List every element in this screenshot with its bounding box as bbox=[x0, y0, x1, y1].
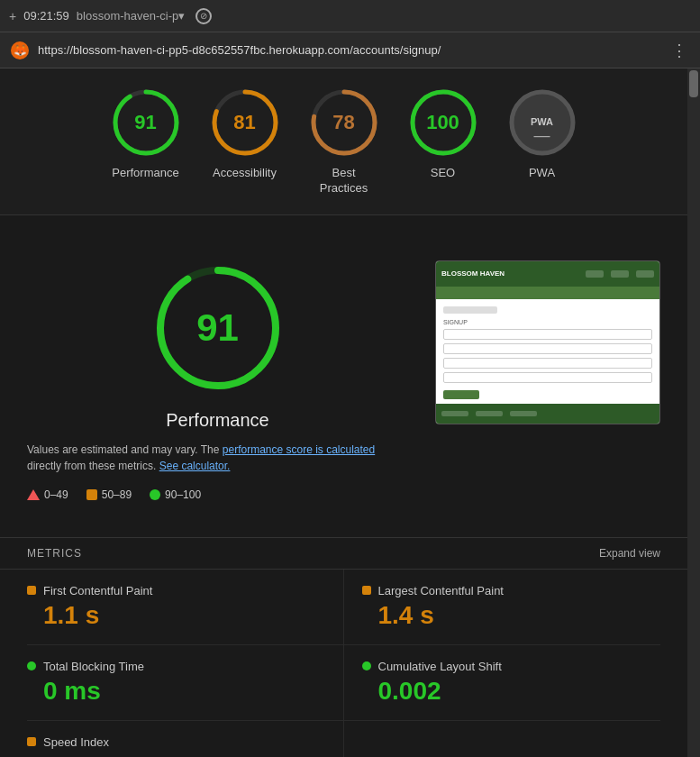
best-practices-score: 78 bbox=[332, 111, 354, 134]
preview-submit-btn bbox=[443, 390, 479, 399]
performance-section: 91 Performance Values are estimated and … bbox=[0, 233, 687, 537]
fcp-value: 1.1 s bbox=[27, 601, 325, 630]
best-practices-circle: 78 bbox=[308, 87, 380, 159]
lcp-label: Largest Contentful Paint bbox=[378, 584, 504, 597]
fcp-status-icon bbox=[27, 586, 36, 595]
legend-red: 0–49 bbox=[27, 488, 68, 501]
preview-field-2 bbox=[443, 343, 652, 354]
main-content: 91 Performance 81 Accessibility bbox=[0, 68, 687, 757]
preview-nav-item bbox=[636, 270, 654, 278]
add-icon[interactable]: + bbox=[9, 9, 16, 23]
seo-label: SEO bbox=[431, 166, 455, 181]
preview-footer bbox=[436, 404, 659, 424]
top-bar: + 09:21:59 blossom-haven-ci-p▾ ⊘ bbox=[0, 0, 700, 32]
preview-form bbox=[443, 329, 652, 399]
stop-icon[interactable]: ⊘ bbox=[195, 8, 212, 24]
seo-score: 100 bbox=[426, 111, 459, 134]
spacer bbox=[0, 215, 687, 233]
seo-circle: 100 bbox=[407, 87, 479, 159]
metrics-title: METRICS bbox=[27, 547, 82, 560]
preview-field-1 bbox=[443, 329, 652, 340]
score-cards-row: 91 Performance 81 Accessibility bbox=[0, 68, 687, 215]
preview-field-4 bbox=[443, 372, 652, 383]
scrollbar[interactable] bbox=[687, 68, 700, 757]
pwa-dash: — bbox=[534, 126, 550, 145]
accessibility-label: Accessibility bbox=[213, 166, 277, 181]
performance-circle: 91 bbox=[110, 87, 182, 159]
si-status-icon bbox=[27, 737, 36, 746]
lcp-status-icon bbox=[362, 586, 371, 595]
scrollbar-thumb[interactable] bbox=[689, 70, 698, 97]
expand-view-button[interactable]: Expand view bbox=[599, 547, 660, 560]
cls-value: 0.002 bbox=[362, 677, 661, 706]
preview-header: BLOSSOM HAVEN bbox=[436, 261, 659, 287]
best-practices-label: BestPractices bbox=[320, 166, 368, 196]
green-range: 90–100 bbox=[165, 488, 201, 501]
metrics-header: METRICS Expand view bbox=[0, 537, 687, 570]
preview-nav bbox=[586, 270, 654, 278]
site-name: blossom-haven-ci-p▾ bbox=[77, 9, 185, 23]
si-value: 1.6 s bbox=[27, 752, 325, 757]
si-label: Speed Index bbox=[43, 735, 109, 749]
url-bar: 🦊 https://blossom-haven-ci-pp5-d8c652557… bbox=[0, 32, 700, 68]
tbt-label-row: Total Blocking Time bbox=[27, 660, 325, 673]
tbt-label: Total Blocking Time bbox=[43, 660, 144, 673]
green-circle-icon bbox=[150, 489, 160, 500]
metric-lcp: Largest Contentful Paint 1.4 s bbox=[344, 570, 661, 645]
tbt-status-icon bbox=[27, 661, 36, 670]
pwa-label: PWA bbox=[529, 166, 555, 181]
content-wrapper: 91 Performance 81 Accessibility bbox=[0, 68, 700, 757]
performance-title: Performance bbox=[27, 410, 408, 431]
score-card-accessibility[interactable]: 81 Accessibility bbox=[209, 87, 281, 181]
preview-body: SIGNUP bbox=[436, 299, 659, 406]
site-favicon: 🦊 bbox=[11, 41, 29, 59]
metric-fcp: First Contentful Paint 1.1 s bbox=[27, 570, 344, 645]
si-label-row: Speed Index bbox=[27, 735, 325, 749]
big-performance-score: 91 bbox=[196, 306, 239, 350]
lcp-value: 1.4 s bbox=[362, 601, 661, 630]
url-display: https://blossom-haven-ci-pp5-d8c652557fb… bbox=[38, 43, 662, 57]
lcp-label-row: Largest Contentful Paint bbox=[362, 584, 661, 597]
more-options-icon[interactable]: ⋮ bbox=[671, 41, 689, 60]
fcp-label-row: First Contentful Paint bbox=[27, 584, 325, 597]
performance-label: Performance bbox=[112, 166, 178, 181]
cls-label: Cumulative Layout Shift bbox=[378, 660, 502, 673]
orange-range: 50–89 bbox=[102, 488, 132, 501]
score-card-performance[interactable]: 91 Performance bbox=[110, 87, 182, 181]
fcp-label: First Contentful Paint bbox=[43, 584, 152, 597]
pwa-circle: PWA — bbox=[506, 87, 578, 159]
metric-cls: Cumulative Layout Shift 0.002 bbox=[344, 645, 661, 721]
metric-tbt: Total Blocking Time 0 ms bbox=[27, 645, 344, 721]
orange-square-icon bbox=[86, 489, 97, 500]
metrics-grid: First Contentful Paint 1.1 s Largest Con… bbox=[0, 570, 687, 757]
score-legend: 0–49 50–89 90–100 bbox=[27, 488, 408, 501]
cls-label-row: Cumulative Layout Shift bbox=[362, 660, 661, 673]
metric-si: Speed Index 1.6 s bbox=[27, 721, 344, 757]
screenshot-preview: BLOSSOM HAVEN SIGNUP bbox=[435, 260, 660, 424]
preview-logo: BLOSSOM HAVEN bbox=[441, 269, 505, 278]
performance-description: Values are estimated and may vary. The p… bbox=[27, 442, 408, 474]
legend-orange: 50–89 bbox=[86, 488, 132, 501]
preview-nav-item bbox=[611, 270, 629, 278]
preview-footer-col-3 bbox=[510, 411, 537, 416]
perf-score-link[interactable]: performance score is calculated bbox=[223, 443, 375, 456]
accessibility-circle: 81 bbox=[209, 87, 281, 159]
site-screenshot: BLOSSOM HAVEN SIGNUP bbox=[436, 261, 659, 424]
preview-footer-col-1 bbox=[441, 411, 468, 416]
legend-green: 90–100 bbox=[150, 488, 201, 501]
preview-field-3 bbox=[443, 358, 652, 369]
score-card-pwa[interactable]: PWA — PWA bbox=[506, 87, 578, 181]
desc-text-before: Values are estimated and may vary. The bbox=[27, 443, 223, 456]
cls-status-icon bbox=[362, 661, 371, 670]
score-card-best-practices[interactable]: 78 BestPractices bbox=[308, 87, 380, 196]
preview-nav-item bbox=[586, 270, 604, 278]
tbt-value: 0 ms bbox=[27, 677, 325, 706]
red-range: 0–49 bbox=[44, 488, 68, 501]
big-performance-circle: 91 bbox=[150, 260, 286, 396]
time-display: 09:21:59 bbox=[23, 9, 69, 23]
preview-footer-col-2 bbox=[476, 411, 503, 416]
red-triangle-icon bbox=[27, 489, 40, 500]
score-card-seo[interactable]: 100 SEO bbox=[407, 87, 479, 181]
calculator-link[interactable]: See calculator. bbox=[159, 460, 231, 472]
desc-text-middle: directly from these metrics. bbox=[27, 460, 159, 472]
